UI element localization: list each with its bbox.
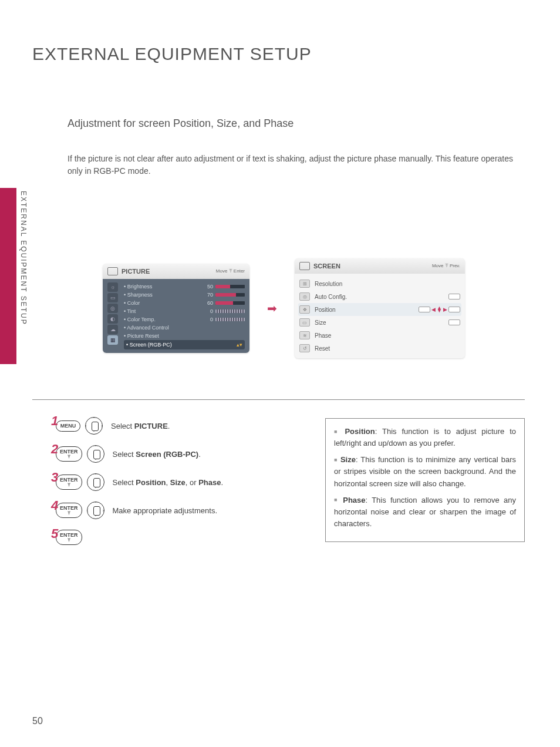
divider	[32, 399, 525, 400]
item-value: 50	[207, 284, 213, 290]
item-label: • Color Temp.	[124, 317, 156, 322]
item-label: Resolution	[315, 281, 342, 287]
item-icon: ◎	[299, 292, 310, 301]
nav-pad-icon[interactable]: ˄˅‹›	[87, 502, 104, 519]
item-label: • Advanced Control	[124, 325, 169, 331]
step-number: 3	[51, 470, 58, 485]
item-value: 0	[210, 308, 213, 314]
section-description: If the picture is not clear after auto a…	[68, 153, 525, 177]
instruction-steps: 1 MENU ˄˅‹› Select PICTURE. 2 ENTERꔉ ˄˅ …	[56, 417, 223, 556]
slider-bar	[215, 318, 245, 321]
item-icon: ⊞	[299, 280, 310, 288]
step-text: Select Position, Size, or Phase.	[113, 478, 224, 487]
picture-item: • Color60	[124, 299, 245, 307]
screen-item[interactable]: ▭Size	[298, 316, 461, 329]
side-tab-accent	[0, 188, 16, 364]
screen-panel-header: SCREEN Move ꔉ Prev.	[295, 258, 465, 274]
info-box: Position: This function is to adjust pic…	[325, 418, 525, 542]
screen-item[interactable]: ↺Reset	[298, 342, 461, 355]
arrow-pad: ◀ ▲▼ ▶	[419, 307, 460, 313]
nav-pad-icon[interactable]: ˄˅	[87, 445, 104, 463]
screen-panel-title: SCREEN	[313, 263, 340, 270]
step-number: 5	[51, 526, 58, 541]
item-icon: ≋	[299, 331, 310, 339]
info-phase: Phase: This function allows you to remov…	[334, 494, 516, 530]
value-box	[448, 319, 460, 325]
item-label: • Color	[124, 300, 140, 306]
screen-item[interactable]: ⊞Resolution	[298, 277, 461, 290]
step-number: 4	[51, 498, 58, 513]
sidebar-icon-selected: ▦	[107, 335, 118, 345]
monitor-icon	[107, 267, 118, 275]
slider-bar	[215, 301, 245, 305]
page-title: EXTERNAL EQUIPMENT SETUP	[32, 44, 312, 64]
step-number: 1	[51, 413, 58, 429]
nav-pad-icon[interactable]: ˄˅‹›	[85, 417, 103, 435]
item-icon: ✥	[299, 305, 310, 314]
step-number: 2	[51, 442, 58, 457]
picture-panel-header: PICTURE Move ꔉ Enter	[103, 264, 249, 279]
item-label: Size	[315, 319, 326, 326]
picture-panel-hints: Move ꔉ Enter	[216, 268, 245, 274]
updown-icon: ▴▾	[237, 342, 242, 348]
item-value: 0	[210, 317, 213, 322]
item-value: 70	[207, 292, 213, 298]
enter-button[interactable]: ENTERꔉ	[56, 503, 82, 518]
item-value: 60	[207, 300, 213, 306]
picture-item: • Picture Reset	[124, 332, 245, 340]
screen-item[interactable]: ≋Phase	[298, 329, 461, 342]
picture-panel-title: PICTURE	[122, 268, 150, 275]
sidebar-icon: ☁	[107, 325, 118, 334]
step-3: 3 ENTERꔉ ˄˅ Select Position, Size, or Ph…	[56, 473, 223, 491]
slider-bar	[215, 309, 245, 313]
item-label: • Tint	[124, 308, 136, 314]
item-label: Auto Config.	[315, 294, 347, 300]
osd-panels: PICTURE Move ꔉ Enter ☼ ▭ ◎ ◐ ☁ ▦ • Brigh…	[103, 258, 465, 358]
screen-item[interactable]: ◎Auto Config.	[298, 290, 461, 303]
slider-bar	[215, 285, 245, 288]
item-label: • Sharpness	[124, 292, 153, 298]
enter-button[interactable]: ENTERꔉ	[56, 530, 82, 545]
step-text: Select Screen (RGB-PC).	[113, 450, 201, 459]
step-text: Make appropriate adjustments.	[113, 506, 217, 515]
picture-panel-body: ☼ ▭ ◎ ◐ ☁ ▦ • Brightness50 • Sharpness70…	[103, 279, 249, 353]
item-label: • Picture Reset	[124, 333, 159, 339]
picture-panel: PICTURE Move ꔉ Enter ☼ ▭ ◎ ◐ ☁ ▦ • Brigh…	[103, 264, 249, 353]
enter-button[interactable]: ENTERꔉ	[56, 446, 82, 462]
section-subtitle: Adjustment for screen Position, Size, an…	[68, 117, 294, 130]
arrow-right-icon: ➡	[267, 301, 277, 315]
enter-button[interactable]: ENTERꔉ	[56, 475, 82, 490]
step-5: 5 ENTERꔉ	[56, 530, 223, 545]
item-label: Reset	[315, 345, 330, 352]
picture-item: • Color Temp.0	[124, 315, 245, 324]
item-icon: ▭	[299, 318, 310, 327]
side-section-label: EXTERNAL EQUIPMENT SETUP	[19, 191, 28, 325]
picture-item: • Advanced Control	[124, 324, 245, 332]
picture-sidebar-icons: ☼ ▭ ◎ ◐ ☁ ▦	[107, 282, 120, 349]
page-number: 50	[32, 716, 43, 726]
sidebar-icon: ◐	[107, 314, 118, 324]
step-4: 4 ENTERꔉ ˄˅‹› Make appropriate adjustmen…	[56, 502, 223, 519]
sidebar-icon: ☼	[107, 282, 118, 292]
picture-item: • Tint0	[124, 307, 245, 315]
info-position: Position: This function is to adjust pic…	[334, 426, 516, 449]
slider-bar	[215, 293, 245, 297]
value-box	[448, 294, 460, 300]
screen-panel-body: ⊞Resolution ◎Auto Config. ✥Position◀ ▲▼ …	[295, 274, 465, 358]
step-2: 2 ENTERꔉ ˄˅ Select Screen (RGB-PC).	[56, 445, 223, 463]
picture-item: • Brightness50	[124, 282, 245, 291]
nav-pad-icon[interactable]: ˄˅	[87, 473, 104, 491]
sidebar-icon: ◎	[107, 304, 118, 313]
menu-button[interactable]: MENU	[56, 420, 80, 432]
screen-panel: SCREEN Move ꔉ Prev. ⊞Resolution ◎Auto Co…	[295, 258, 465, 358]
item-icon: ↺	[299, 344, 310, 352]
sidebar-icon: ▭	[107, 293, 118, 302]
item-label: Position	[315, 307, 336, 313]
picture-item-selected[interactable]: • Screen (RGB-PC)▴▾	[124, 340, 245, 349]
screen-item-selected[interactable]: ✥Position◀ ▲▼ ▶	[298, 303, 461, 316]
picture-item: • Sharpness70	[124, 291, 245, 299]
item-label: Phase	[315, 332, 331, 339]
item-label: • Screen (RGB-PC)	[126, 342, 172, 348]
screen-panel-hints: Move ꔉ Prev.	[432, 263, 460, 269]
picture-panel-items: • Brightness50 • Sharpness70 • Color60 •…	[120, 282, 245, 349]
